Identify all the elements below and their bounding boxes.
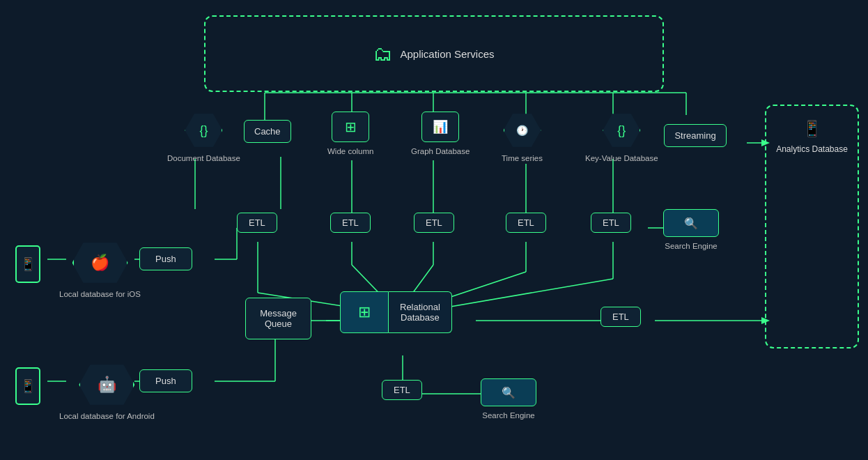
graph-db-label: Graph Database [411,146,470,157]
time-series-node: 🕐 Time series [502,112,543,164]
ios-push-node: Push [139,247,192,270]
etl-1-box: ETL [237,213,277,233]
etl-1-node: ETL [237,213,277,233]
ios-local-label: Local database for iOS [59,289,141,300]
app-services-icon: 🗂 [373,43,393,66]
etl-1-label: ETL [249,217,265,228]
cache-box: Cache [244,120,291,143]
ios-phone-icon: 📱 [15,245,40,283]
graph-db-icon: 📊 [421,112,459,142]
android-phone-icon: 📱 [15,367,40,405]
time-series-label: Time series [502,153,543,164]
key-value-db-label: Key-Value Database [585,153,658,164]
etl-5-label: ETL [603,217,619,228]
search-engine-1-label: Search Engine [665,241,717,252]
etl-4-node: ETL [506,213,546,233]
etl-6-node: ETL [600,307,641,327]
search-engine-1-node: 🔍 Search Engine [663,209,719,252]
android-db-icon: 🤖 [79,362,134,407]
document-db-node: {} Document Database [167,112,240,164]
document-db-icon: {} [185,112,222,149]
etl-2-label: ETL [342,217,359,228]
cache-node: Cache [244,120,291,143]
ios-db-icon: 🍎 [72,240,128,285]
streaming-box: Streaming [664,124,727,147]
search-engine-2-node: 🔍 Search Engine [481,378,536,421]
cache-label: Cache [254,126,281,137]
analytics-db-icon: 📱 [803,120,821,138]
android-push-node: Push [139,369,192,392]
relational-db-node: ⊞ RelationalDatabase [340,291,452,333]
android-push-label: Push [155,376,176,386]
message-queue-box: MessageQueue [245,298,311,339]
time-series-icon: 🕐 [504,112,541,149]
etl-4-box: ETL [506,213,546,233]
etl-7-box: ETL [382,380,422,400]
message-queue-label: MessageQueue [260,308,297,329]
message-queue-node: MessageQueue [245,298,311,339]
document-db-label: Document Database [167,153,240,164]
etl-5-box: ETL [591,213,631,233]
analytics-db-container: 📱 Analytics Database [765,105,859,348]
streaming-node: Streaming [664,124,727,147]
relational-db-label: RelationalDatabase [389,291,452,333]
etl-7-node: ETL [382,380,422,400]
graph-db-node: 📊 Graph Database [411,112,470,157]
wide-column-icon: ⊞ [332,112,369,142]
search-engine-1-box: 🔍 [663,209,719,237]
search-engine-2-label: Search Engine [482,411,534,421]
etl-6-box: ETL [600,307,641,327]
etl-3-box: ETL [414,213,454,233]
etl-7-label: ETL [394,385,410,395]
search-engine-2-box: 🔍 [481,378,536,406]
etl-2-node: ETL [330,213,371,233]
etl-3-node: ETL [414,213,454,233]
android-push-box: Push [139,369,192,392]
wide-column-label: Wide column [327,146,373,157]
ios-push-label: Push [155,254,176,264]
etl-4-label: ETL [518,217,534,228]
etl-3-label: ETL [426,217,442,228]
etl-5-node: ETL [591,213,631,233]
key-value-db-icon: {} [603,112,640,149]
diagram: 🗂 Application Services 📱 Analytics Datab… [0,0,868,460]
app-services-label: Application Services [400,48,494,60]
android-local-label: Local database for Android [59,411,155,422]
etl-2-box: ETL [330,213,371,233]
relational-db-icon: ⊞ [340,291,389,333]
app-services-container: 🗂 Application Services [204,15,664,92]
key-value-db-node: {} Key-Value Database [585,112,658,164]
streaming-label: Streaming [674,130,715,141]
wide-column-node: ⊞ Wide column [327,112,373,157]
ios-push-box: Push [139,247,192,270]
analytics-db-label: Analytics Database [776,144,848,155]
etl-6-label: ETL [612,312,629,322]
ios-local-db-node: 🍎 Local database for iOS [59,240,141,300]
